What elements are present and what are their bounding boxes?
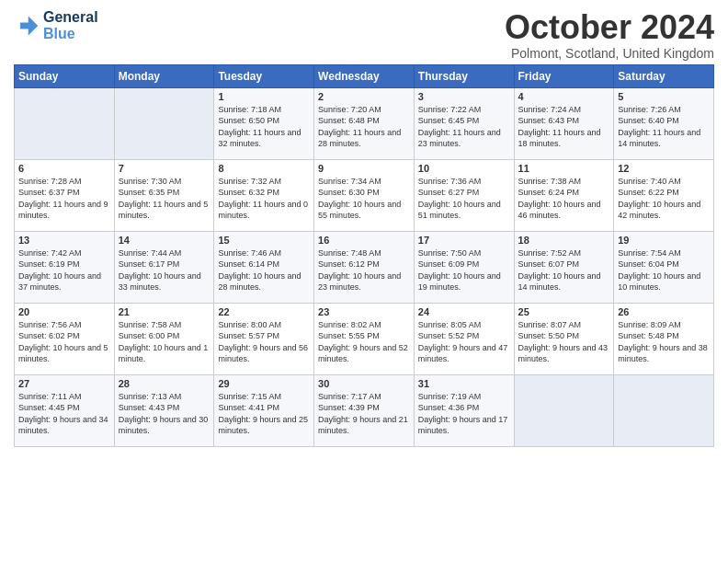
calendar-cell: 8Sunrise: 7:32 AM Sunset: 6:32 PM Daylig…	[214, 159, 314, 231]
title-block: October 2024 Polmont, Scotland, United K…	[505, 9, 714, 61]
day-number: 22	[218, 306, 310, 317]
cell-details: Sunrise: 7:22 AM Sunset: 6:45 PM Dayligh…	[418, 104, 510, 150]
cell-details: Sunrise: 8:00 AM Sunset: 5:57 PM Dayligh…	[218, 319, 310, 365]
calendar-week-row: 13Sunrise: 7:42 AM Sunset: 6:19 PM Dayli…	[15, 231, 714, 303]
calendar-cell: 4Sunrise: 7:24 AM Sunset: 6:43 PM Daylig…	[514, 87, 614, 159]
day-number: 19	[618, 235, 710, 246]
cell-details: Sunrise: 7:15 AM Sunset: 4:41 PM Dayligh…	[218, 391, 310, 437]
cell-details: Sunrise: 7:52 AM Sunset: 6:07 PM Dayligh…	[518, 247, 610, 293]
calendar-cell	[15, 87, 115, 159]
svg-marker-1	[20, 16, 38, 35]
cell-details: Sunrise: 7:40 AM Sunset: 6:22 PM Dayligh…	[618, 176, 710, 222]
cell-details: Sunrise: 7:34 AM Sunset: 6:30 PM Dayligh…	[318, 176, 410, 222]
calendar-cell: 14Sunrise: 7:44 AM Sunset: 6:17 PM Dayli…	[114, 231, 214, 303]
day-number: 28	[119, 378, 210, 389]
cell-details: Sunrise: 7:42 AM Sunset: 6:19 PM Dayligh…	[18, 247, 110, 293]
header: General Blue October 2024 Polmont, Scotl…	[14, 9, 714, 61]
calendar-cell: 25Sunrise: 8:07 AM Sunset: 5:50 PM Dayli…	[514, 303, 614, 374]
day-number: 13	[18, 235, 110, 246]
calendar-cell: 18Sunrise: 7:52 AM Sunset: 6:07 PM Dayli…	[514, 231, 614, 303]
day-number: 11	[518, 163, 610, 174]
cell-details: Sunrise: 7:19 AM Sunset: 4:36 PM Dayligh…	[418, 391, 510, 437]
calendar-cell: 26Sunrise: 8:09 AM Sunset: 5:48 PM Dayli…	[614, 303, 714, 374]
cell-details: Sunrise: 7:54 AM Sunset: 6:04 PM Dayligh…	[618, 247, 710, 293]
day-number: 18	[518, 235, 610, 246]
calendar-cell: 28Sunrise: 7:13 AM Sunset: 4:43 PM Dayli…	[114, 374, 214, 446]
calendar-cell: 29Sunrise: 7:15 AM Sunset: 4:41 PM Dayli…	[214, 374, 314, 446]
calendar-cell: 30Sunrise: 7:17 AM Sunset: 4:39 PM Dayli…	[314, 374, 415, 446]
cell-details: Sunrise: 7:38 AM Sunset: 6:24 PM Dayligh…	[518, 176, 610, 222]
day-number: 3	[418, 91, 510, 102]
cell-details: Sunrise: 8:02 AM Sunset: 5:55 PM Dayligh…	[318, 319, 410, 365]
weekday-header: Monday	[114, 64, 214, 87]
day-number: 23	[318, 306, 410, 317]
weekday-header: Saturday	[614, 64, 714, 87]
day-number: 30	[318, 378, 410, 389]
calendar-cell: 16Sunrise: 7:48 AM Sunset: 6:12 PM Dayli…	[314, 231, 415, 303]
cell-details: Sunrise: 7:46 AM Sunset: 6:14 PM Dayligh…	[218, 247, 310, 293]
calendar-cell: 31Sunrise: 7:19 AM Sunset: 4:36 PM Dayli…	[414, 374, 514, 446]
day-number: 9	[318, 163, 410, 174]
cell-details: Sunrise: 7:18 AM Sunset: 6:50 PM Dayligh…	[218, 104, 310, 150]
day-number: 15	[218, 235, 310, 246]
day-number: 1	[218, 91, 310, 102]
calendar-cell: 17Sunrise: 7:50 AM Sunset: 6:09 PM Dayli…	[414, 231, 514, 303]
cell-details: Sunrise: 7:36 AM Sunset: 6:27 PM Dayligh…	[418, 176, 510, 222]
day-number: 5	[618, 91, 710, 102]
cell-details: Sunrise: 7:13 AM Sunset: 4:43 PM Dayligh…	[119, 391, 210, 437]
calendar-cell: 3Sunrise: 7:22 AM Sunset: 6:45 PM Daylig…	[414, 87, 514, 159]
cell-details: Sunrise: 7:56 AM Sunset: 6:02 PM Dayligh…	[18, 319, 110, 365]
cell-details: Sunrise: 7:11 AM Sunset: 4:45 PM Dayligh…	[18, 391, 110, 437]
calendar-cell: 15Sunrise: 7:46 AM Sunset: 6:14 PM Dayli…	[214, 231, 314, 303]
logo-text: General Blue	[43, 9, 98, 41]
calendar-cell: 21Sunrise: 7:58 AM Sunset: 6:00 PM Dayli…	[114, 303, 214, 374]
calendar-cell: 23Sunrise: 8:02 AM Sunset: 5:55 PM Dayli…	[314, 303, 415, 374]
calendar-cell: 2Sunrise: 7:20 AM Sunset: 6:48 PM Daylig…	[314, 87, 415, 159]
day-number: 10	[418, 163, 510, 174]
calendar-cell: 19Sunrise: 7:54 AM Sunset: 6:04 PM Dayli…	[614, 231, 714, 303]
day-number: 17	[418, 235, 510, 246]
calendar-table: SundayMondayTuesdayWednesdayThursdayFrid…	[14, 64, 714, 447]
weekday-header-row: SundayMondayTuesdayWednesdayThursdayFrid…	[15, 64, 714, 87]
calendar-cell: 10Sunrise: 7:36 AM Sunset: 6:27 PM Dayli…	[414, 159, 514, 231]
calendar-week-row: 1Sunrise: 7:18 AM Sunset: 6:50 PM Daylig…	[15, 87, 714, 159]
day-number: 12	[618, 163, 710, 174]
cell-details: Sunrise: 7:17 AM Sunset: 4:39 PM Dayligh…	[318, 391, 410, 437]
logo: General Blue	[14, 9, 98, 41]
day-number: 21	[119, 306, 210, 317]
calendar-cell: 27Sunrise: 7:11 AM Sunset: 4:45 PM Dayli…	[15, 374, 115, 446]
calendar-cell: 1Sunrise: 7:18 AM Sunset: 6:50 PM Daylig…	[214, 87, 314, 159]
calendar-cell: 11Sunrise: 7:38 AM Sunset: 6:24 PM Dayli…	[514, 159, 614, 231]
weekday-header: Friday	[514, 64, 614, 87]
day-number: 26	[618, 306, 710, 317]
day-number: 14	[119, 235, 210, 246]
day-number: 8	[218, 163, 310, 174]
day-number: 6	[18, 163, 110, 174]
day-number: 31	[418, 378, 510, 389]
calendar-cell: 9Sunrise: 7:34 AM Sunset: 6:30 PM Daylig…	[314, 159, 415, 231]
cell-details: Sunrise: 7:58 AM Sunset: 6:00 PM Dayligh…	[119, 319, 210, 365]
calendar-cell	[614, 374, 714, 446]
calendar-cell: 24Sunrise: 8:05 AM Sunset: 5:52 PM Dayli…	[414, 303, 514, 374]
cell-details: Sunrise: 8:05 AM Sunset: 5:52 PM Dayligh…	[418, 319, 510, 365]
cell-details: Sunrise: 7:20 AM Sunset: 6:48 PM Dayligh…	[318, 104, 410, 150]
calendar-cell: 12Sunrise: 7:40 AM Sunset: 6:22 PM Dayli…	[614, 159, 714, 231]
logo-icon	[14, 13, 40, 39]
weekday-header: Thursday	[414, 64, 514, 87]
calendar-cell: 6Sunrise: 7:28 AM Sunset: 6:37 PM Daylig…	[15, 159, 115, 231]
calendar-cell: 7Sunrise: 7:30 AM Sunset: 6:35 PM Daylig…	[114, 159, 214, 231]
day-number: 4	[518, 91, 610, 102]
cell-details: Sunrise: 7:48 AM Sunset: 6:12 PM Dayligh…	[318, 247, 410, 293]
cell-details: Sunrise: 7:50 AM Sunset: 6:09 PM Dayligh…	[418, 247, 510, 293]
cell-details: Sunrise: 7:44 AM Sunset: 6:17 PM Dayligh…	[119, 247, 210, 293]
calendar-cell	[114, 87, 214, 159]
day-number: 27	[18, 378, 110, 389]
weekday-header: Tuesday	[214, 64, 314, 87]
cell-details: Sunrise: 7:24 AM Sunset: 6:43 PM Dayligh…	[518, 104, 610, 150]
cell-details: Sunrise: 7:26 AM Sunset: 6:40 PM Dayligh…	[618, 104, 710, 150]
cell-details: Sunrise: 8:07 AM Sunset: 5:50 PM Dayligh…	[518, 319, 610, 365]
calendar-page: General Blue October 2024 Polmont, Scotl…	[0, 0, 728, 454]
weekday-header: Wednesday	[314, 64, 415, 87]
calendar-cell: 20Sunrise: 7:56 AM Sunset: 6:02 PM Dayli…	[15, 303, 115, 374]
day-number: 16	[318, 235, 410, 246]
